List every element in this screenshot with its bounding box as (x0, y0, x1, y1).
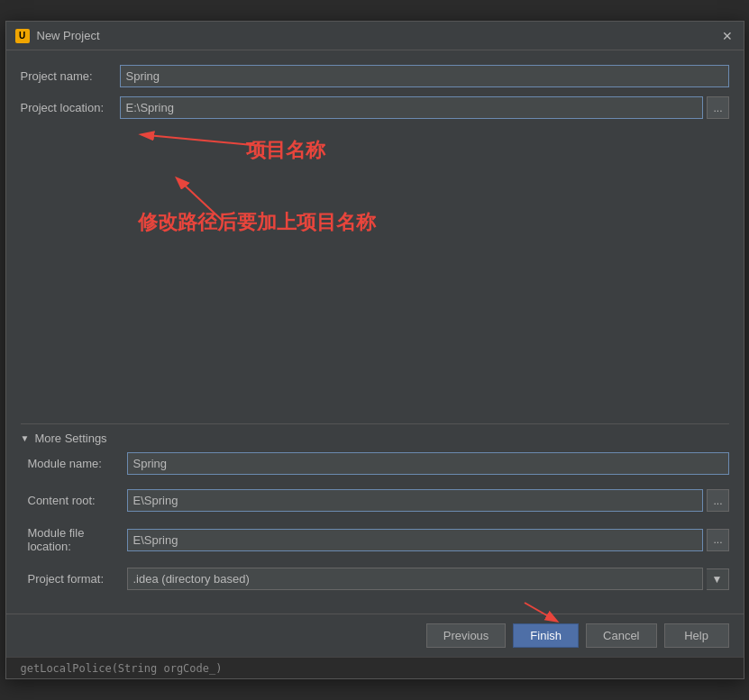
titlebar: U New Project ✕ (6, 22, 744, 50)
new-project-dialog: U New Project ✕ Project name: Project lo… (5, 21, 744, 679)
dropdown-arrow-icon: ▼ (707, 568, 729, 590)
more-settings-section: ▼ More Settings Module name: Content roo… (21, 423, 729, 599)
project-format-row: Project format: .idea (directory based) … (28, 568, 729, 590)
more-settings-toggle[interactable]: ▼ More Settings (21, 432, 729, 445)
module-name-row: Module name: (28, 452, 729, 475)
project-location-input[interactable] (120, 96, 704, 119)
content-root-browse-button[interactable]: ... (707, 489, 728, 512)
finish-button[interactable]: Finish (513, 623, 579, 648)
project-format-dropdown-wrap: .idea (directory based) ▼ (127, 568, 729, 590)
module-file-location-row: Module file location: ... (28, 526, 729, 553)
finish-arrow-svg (516, 598, 570, 625)
app-icon: U (15, 29, 30, 43)
bottom-code-text: getLocalPolice(String orgCode_) (21, 662, 223, 675)
annotation-path-note: 修改路径后要加上项目名称 (138, 209, 376, 236)
more-settings-label: More Settings (34, 432, 106, 445)
project-name-input-wrap (120, 65, 729, 87)
content-root-input-wrap: ... (127, 489, 729, 512)
annotation-area: 项目名称 修改路径后要加上项目名称 (21, 128, 729, 416)
dialog-title: New Project (37, 29, 713, 42)
module-file-location-input[interactable] (127, 529, 704, 551)
project-location-input-wrap: ... (120, 96, 729, 119)
project-name-input[interactable] (120, 65, 729, 87)
project-location-label: Project location: (21, 101, 120, 114)
footer-buttons: Previous Finish Cancel Help (426, 623, 729, 648)
svg-line-2 (525, 603, 556, 621)
content-root-row: Content root: ... (28, 489, 729, 512)
close-button[interactable]: ✕ (720, 29, 735, 43)
content-root-input[interactable] (127, 489, 704, 512)
module-name-input[interactable] (127, 452, 729, 475)
cancel-button[interactable]: Cancel (586, 623, 656, 648)
project-name-label: Project name: (21, 69, 120, 83)
module-file-location-input-wrap: ... (127, 529, 729, 551)
project-location-row: Project location: ... (21, 96, 729, 119)
project-location-browse-button[interactable]: ... (707, 96, 728, 119)
help-button[interactable]: Help (664, 623, 729, 648)
dialog-footer: Previous Finish Cancel Help (6, 614, 744, 657)
bottom-code-strip: getLocalPolice(String orgCode_) (6, 657, 744, 678)
project-name-row: Project name: (21, 65, 729, 87)
module-name-input-wrap (127, 452, 729, 475)
dialog-body: Project name: Project location: ... (6, 50, 744, 614)
annotation-project-name: 项目名称 (246, 137, 325, 164)
previous-button[interactable]: Previous (426, 623, 507, 648)
module-file-location-label: Module file location: (28, 526, 127, 553)
project-format-select[interactable]: .idea (directory based) (127, 568, 703, 590)
content-root-label: Content root: (28, 494, 127, 507)
module-file-location-browse-button[interactable]: ... (707, 529, 728, 551)
toggle-arrow-icon: ▼ (21, 433, 30, 443)
arrows-svg (21, 128, 729, 416)
project-format-label: Project format: (28, 572, 127, 586)
finish-button-wrap: Finish (513, 623, 579, 648)
more-settings-fields: Module name: Content root: ... Module fi… (21, 452, 729, 599)
module-name-label: Module name: (28, 457, 127, 470)
